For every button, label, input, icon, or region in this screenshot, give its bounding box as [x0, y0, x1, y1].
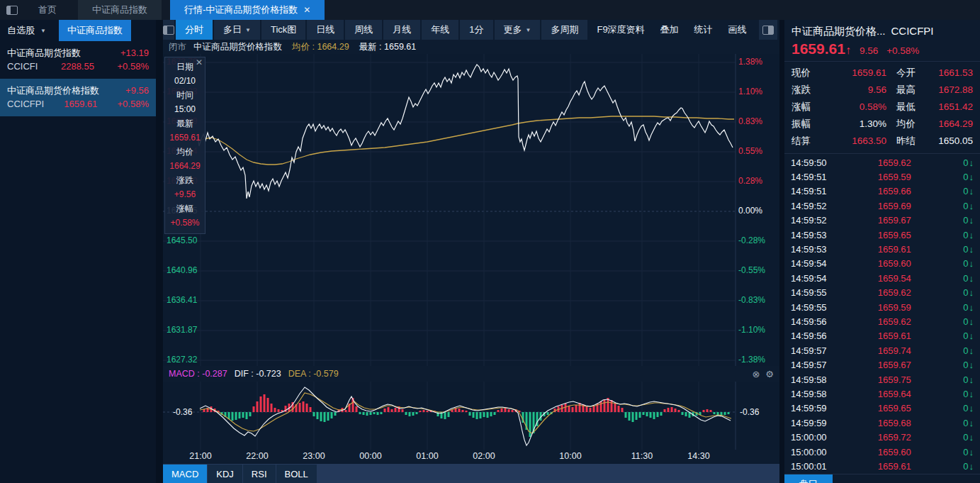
macd-histogram-bar	[529, 412, 531, 437]
macd-histogram-bar	[391, 409, 393, 412]
top-tab-1[interactable]: 中证商品指数	[78, 0, 162, 20]
toolbar-button-F9深度资料[interactable]: F9深度资料	[589, 20, 652, 40]
down-arrow-icon: ↓	[969, 374, 974, 385]
price-axis-label: 1631.87	[167, 325, 197, 335]
quote-field-value: 1659.61	[821, 67, 886, 79]
tape-row: 15:00:011659.610↓	[784, 459, 980, 473]
toolbar-button-多日[interactable]: 多日▼	[214, 20, 260, 40]
toolbar-button-年线[interactable]: 年线	[422, 20, 458, 40]
macd-histogram-bar	[303, 401, 305, 412]
macd-histogram-bar	[469, 412, 471, 416]
indicator-settings-icon[interactable]: ⚙	[765, 369, 774, 379]
time-and-sales-list[interactable]: 14:59:501659.620↓14:59:511659.590↓14:59:…	[784, 154, 980, 474]
tape-time: 14:59:59	[791, 418, 842, 428]
main-chart[interactable]: 1672.781668.231663.691659.141654.601650.…	[163, 54, 779, 366]
toolbar-button-多周期[interactable]: 多周期	[541, 20, 587, 40]
indicator-close-icon[interactable]: ⊗	[752, 369, 760, 379]
top-tab-2[interactable]: 行情-中证商品期货价格指数✕	[170, 0, 325, 20]
indicator-tab-KDJ[interactable]: KDJ	[208, 465, 242, 483]
macd-histogram-bar	[728, 412, 730, 414]
toolbar-button-周线[interactable]: 周线	[345, 20, 382, 40]
macd-histogram-bar	[639, 412, 641, 418]
tape-time: 14:59:53	[791, 244, 842, 255]
panel-divider[interactable]	[779, 20, 784, 483]
tape-volume: 0	[947, 258, 969, 269]
tape-volume: 0	[947, 273, 969, 284]
top-tab-bar: 首页中证商品指数行情-中证商品期货价格指数✕	[0, 0, 980, 20]
macd-histogram-bar	[384, 409, 386, 412]
macd-histogram-bar	[278, 409, 280, 412]
tape-time: 14:59:56	[791, 331, 842, 341]
toolbar-button-Tick图[interactable]: Tick图	[261, 20, 305, 40]
window-panel-toggle[interactable]	[0, 0, 24, 20]
sidebar-group-button[interactable]: 中证商品指数	[59, 20, 131, 41]
percent-axis-label: -0.83%	[738, 295, 765, 306]
price-chart-svg[interactable]	[163, 54, 778, 366]
toolbar-button-画线[interactable]: 画线	[721, 20, 755, 40]
watchlist-item-CCICFI[interactable]: 中证商品期货指数+13.19CCICFI2288.55+0.58%	[0, 41, 156, 79]
time-axis-label: 01:00	[412, 451, 443, 461]
macd-histogram-bar	[402, 409, 404, 412]
watchlist-item-CCICFPI[interactable]: 中证商品期货价格指数+9.56CCICFPI1659.61+0.58%	[0, 79, 156, 116]
sidebar-divider[interactable]	[156, 20, 163, 483]
macd-histogram-bar	[246, 412, 248, 419]
tape-volume: 0	[947, 201, 969, 211]
tape-row: 14:59:591659.680↓	[784, 416, 980, 430]
tape-volume: 0	[947, 447, 969, 457]
toolbar-button-月线[interactable]: 月线	[383, 20, 420, 40]
tooltip-close-icon[interactable]: ✕	[196, 58, 203, 67]
macd-histogram-bar	[614, 403, 616, 412]
macd-histogram-bar	[636, 412, 638, 420]
period-buttons: 分时多日▼Tick图日线周线月线年线1分更多▼多周期	[176, 20, 589, 40]
toolbar-button-更多[interactable]: 更多▼	[495, 20, 541, 40]
watchlist-dropdown[interactable]: 自选股 ▼	[0, 20, 53, 41]
indicator-tab-MACD[interactable]: MACD	[163, 465, 207, 483]
chevron-down-icon: ▼	[526, 27, 531, 33]
app-window: 首页中证商品指数行情-中证商品期货价格指数✕ 自选股 ▼ 中证商品指数 中证商品…	[0, 0, 980, 483]
tape-time: 15:00:00	[791, 447, 842, 457]
macd-histogram-bar	[388, 407, 390, 412]
quote-title: 中证商品期货价格...CCICFPI	[784, 20, 980, 38]
macd-svg[interactable]	[163, 382, 778, 450]
macd-histogram-bar	[575, 405, 578, 412]
macd-histogram-bar	[271, 404, 273, 412]
macd-histogram-bar	[257, 401, 259, 412]
toolbar-button-1分[interactable]: 1分	[460, 20, 492, 40]
indicator-tab-BOLL[interactable]: BOLL	[276, 465, 317, 483]
toolbar-button-日线[interactable]: 日线	[307, 20, 344, 40]
tape-volume: 0	[947, 374, 969, 385]
macd-histogram-bar	[419, 411, 422, 412]
quote-price-row: 1659.61↑ 9.56 +0.58%	[784, 38, 980, 62]
time-axis-label: 00:00	[355, 451, 386, 461]
macd-histogram-bar	[490, 412, 492, 416]
pankou-button[interactable]: 盘口	[784, 474, 833, 483]
macd-histogram-bar	[618, 406, 620, 412]
toolbar-button-叠加[interactable]: 叠加	[653, 20, 687, 40]
tooltip-row: 15:00	[165, 102, 205, 116]
tape-time: 14:59:54	[791, 273, 842, 284]
down-arrow-icon: ↓	[969, 461, 974, 472]
percent-axis-label: -0.55%	[738, 265, 765, 276]
macd-chart[interactable]: -0.36 -0.36	[163, 382, 779, 450]
macd-histogram-bar	[274, 408, 276, 412]
tape-volume: 0	[947, 215, 969, 226]
macd-histogram-bar	[512, 410, 514, 412]
tape-time: 14:59:58	[791, 389, 842, 399]
indicator-tab-RSI[interactable]: RSI	[243, 465, 276, 483]
quote-field-label: 最高	[896, 84, 926, 96]
collapse-sidebar-button[interactable]	[163, 20, 174, 40]
toolbar-button-统计[interactable]: 统计	[687, 20, 721, 40]
quote-field-label: 今开	[896, 67, 926, 79]
macd-histogram-bar	[604, 399, 606, 412]
time-axis: 21:0022:0023:0000:0001:0002:0010:0011:30…	[163, 450, 779, 464]
tape-row: 14:59:581659.750↓	[784, 372, 980, 387]
toolbar-button-分时[interactable]: 分时	[176, 20, 213, 40]
top-tab-0[interactable]: 首页	[24, 0, 71, 20]
tape-row: 14:59:561659.610↓	[784, 329, 980, 343]
macd-histogram-bar	[480, 412, 482, 418]
tooltip-row: 时间	[165, 88, 205, 102]
tab-close-icon[interactable]: ✕	[303, 5, 310, 15]
toolbar-button-label: 更多	[504, 23, 522, 36]
expand-panel-button[interactable]	[759, 20, 777, 40]
macd-histogram-bar	[653, 412, 655, 419]
